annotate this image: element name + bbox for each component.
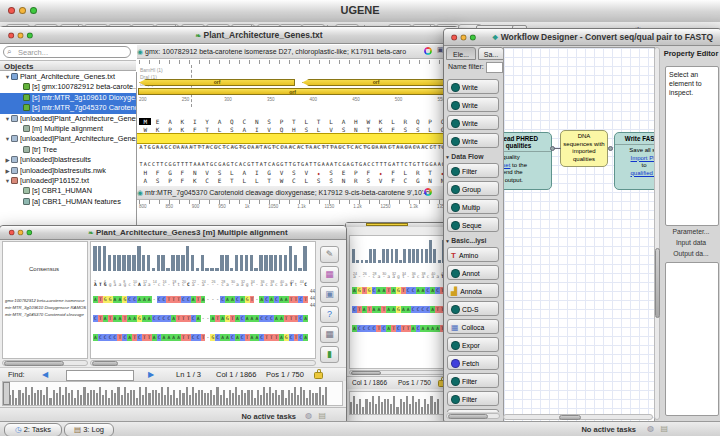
name-filter-input[interactable]	[486, 62, 503, 73]
canvas-horizontal-scrollbar[interactable]	[503, 414, 653, 420]
lock-icon[interactable]	[314, 372, 323, 379]
names-horizontal-scrollbar[interactable]	[2, 360, 88, 366]
zoom-window-button[interactable]	[470, 35, 476, 41]
alignment-row[interactable]: ACCCCTCATCTTACAAAATTCCT-GCAACACTAACTTTAG…	[93, 326, 308, 345]
palette-item-cds[interactable]: CD-S	[447, 301, 499, 316]
palette-item-amino[interactable]: TAmino	[447, 247, 499, 262]
workflow-data-box[interactable]: DNA sequences with imported qualities	[560, 130, 608, 167]
objects-tree[interactable]: ▼Plant_Architecture_Genes.txt[s] gmx:100…	[0, 72, 137, 233]
overview-histogram[interactable]	[349, 391, 447, 415]
row-name[interactable]: mtr:MTR_3g109610 Dioxygenase RAMOS	[5, 305, 86, 310]
tree-item[interactable]: ▶[unloaded]blastresults.nwk	[0, 166, 136, 176]
log-button[interactable]: ▤ 3: Log	[64, 423, 114, 436]
task-indicator-icon[interactable]: ◍	[305, 411, 312, 420]
palette-item-seque[interactable]: Seque	[447, 217, 499, 232]
orf-annotation[interactable]: orf	[302, 79, 450, 86]
palette-item-multip[interactable]: Multip	[447, 199, 499, 214]
palette-item-annota[interactable]: ▟Annota	[447, 283, 499, 298]
statistics-chart-icon[interactable]: ▮	[320, 346, 339, 363]
workflow-canvas[interactable]: Read PHRED qualities RED qualityile unse…	[503, 47, 655, 422]
horizontal-scrollbar[interactable]	[349, 370, 446, 375]
tree-expander-icon[interactable]: ▼	[4, 176, 11, 186]
tree-item[interactable]: [a] CBR1_HUMAN features	[0, 197, 136, 207]
palette-item-group[interactable]: Group	[447, 181, 499, 196]
alignment-grid[interactable]: ATGGAAGCCAAA-CCTTTCCATA---CAACAGT-ACACAA…	[93, 288, 308, 345]
save-icon[interactable]: ▣	[320, 286, 339, 303]
palette-item-write[interactable]: Write	[447, 97, 499, 112]
palette-horizontal-scrollbar[interactable]	[446, 413, 500, 419]
msa-cell[interactable]: T	[303, 296, 308, 303]
tree-item[interactable]: ▶[unloaded]blastresults	[0, 155, 136, 165]
tree-expander-icon[interactable]: ▶	[4, 155, 11, 165]
workflow-parameter-link[interactable]: Import PH	[630, 155, 655, 161]
palette-item-filter[interactable]: Filter	[447, 373, 499, 388]
minimize-window-button[interactable]	[461, 35, 467, 41]
color-scheme-icon[interactable]: ▦	[320, 266, 339, 283]
tree-item[interactable]: [tr] Tree	[0, 145, 136, 155]
tree-item[interactable]: [s] mtr:MTR_3g109610 Dioxyge...	[0, 93, 136, 103]
tree-item[interactable]: [s] mtr:MTR_7g045370 Caroteno...	[0, 103, 136, 113]
tree-item[interactable]: ▼Plant_Architecture_Genes.txt	[0, 72, 136, 82]
orf-annotation[interactable]: orf	[139, 79, 295, 86]
color-scheme-icon[interactable]	[424, 47, 432, 55]
overview-visible-range[interactable]	[3, 382, 10, 405]
row-name[interactable]: gmx:100782912 beta-carotene isomerase	[5, 298, 85, 303]
detail-view-seq1[interactable]: MEAKIYAQCNSPTLTLAHWKLRQPC WKPKFTLSAIVQHS…	[137, 107, 449, 186]
tree-item[interactable]: ▼[unloaded]Plant_Architecture_Genes...	[0, 114, 136, 124]
tab-elements[interactable]: Ele...	[446, 47, 476, 60]
find-input[interactable]	[66, 370, 134, 381]
palette-item-write[interactable]: Write	[447, 133, 499, 148]
tree-item[interactable]: ▼[unloaded]Plant_Architecture_Genes...	[0, 134, 136, 144]
minimize-window-button[interactable]	[18, 230, 24, 236]
palette-item-expor[interactable]: Expor	[447, 337, 499, 352]
tree-expander-icon[interactable]: ▼	[4, 72, 11, 82]
overview-histogram[interactable]	[2, 381, 343, 406]
task-indicator-icon[interactable]: ◍	[647, 424, 654, 433]
tree-expander-icon[interactable]: ▼	[4, 134, 11, 144]
tree-item[interactable]: [s] gmx:100782912 beta-carote...	[0, 82, 136, 92]
canvas-vertical-scrollbar[interactable]	[654, 47, 660, 420]
msa-cell[interactable]: A	[303, 315, 308, 322]
input-port[interactable]	[608, 146, 613, 151]
pan-view-seq1[interactable]: BamHI (1) DraI (1) orf (2) orf orf orf 2…	[137, 65, 449, 107]
color-scheme-icon[interactable]	[424, 188, 432, 196]
tasks-button[interactable]: ◷ 2: Tasks	[4, 423, 62, 436]
minimize-window-button[interactable]	[18, 33, 24, 39]
search-input[interactable]: Search...	[3, 46, 131, 58]
zoom-window-button[interactable]	[27, 33, 33, 39]
zoom-window-button[interactable]	[27, 230, 33, 236]
section-output-data[interactable]: Output da...	[663, 250, 719, 257]
log-indicator-icon[interactable]: ▤	[660, 424, 668, 433]
workflow-element-read[interactable]: Read PHRED qualities RED qualityile unse…	[503, 132, 552, 190]
alignment-row[interactable]: CTATAATAAGAACCCCATTTCA--ATAGTACAAACCCAAT…	[93, 307, 308, 326]
palette-item-findo[interactable]: Find o	[447, 409, 499, 412]
tree-item[interactable]: [s] CBR1_HUMAN	[0, 186, 136, 196]
log-indicator-icon[interactable]: ▤	[318, 411, 326, 420]
tree-expander-icon[interactable]: ▼	[4, 114, 11, 124]
tab-samples[interactable]: Sa...	[478, 47, 504, 60]
palette-item-fetch[interactable]: Fetch	[447, 355, 499, 370]
palette-group-header[interactable]: ▼ Data Flow	[445, 151, 501, 162]
orf-annotation[interactable]: orf	[138, 88, 447, 95]
close-window-button[interactable]	[8, 33, 14, 39]
workflow-parameter-link[interactable]: qualified s	[630, 170, 655, 176]
magic-wand-icon[interactable]: ✎	[320, 246, 339, 263]
msa-cell[interactable]: A	[303, 334, 308, 341]
alignment-row[interactable]: ATGGAAGCCAAA-CCTTTCCATA---CAACAGT-ACACAA…	[93, 288, 308, 307]
close-window-button[interactable]	[451, 35, 457, 41]
palette-item-annot[interactable]: Annot	[447, 265, 499, 280]
find-next-icon[interactable]: ▶	[148, 368, 154, 381]
help-icon[interactable]: ?	[320, 306, 339, 323]
palette-item-write[interactable]: Write	[447, 79, 499, 94]
tree-item[interactable]: ▼[unloaded]P16152.txt	[0, 176, 136, 186]
tree-item[interactable]: [m] Multiple alignment	[0, 124, 136, 134]
alignment-horizontal-scrollbar[interactable]	[90, 360, 316, 366]
palette-group-header[interactable]: ▼ Basic...lysi	[445, 235, 501, 246]
palette-item-write[interactable]: Write	[447, 115, 499, 130]
close-window-button[interactable]	[9, 230, 15, 236]
section-parameters[interactable]: Parameter...	[663, 228, 719, 235]
palette-item-filter[interactable]: Filter	[447, 163, 499, 178]
section-input-data[interactable]: Input data	[663, 239, 719, 246]
palette-item-filter[interactable]: Filter	[447, 391, 499, 406]
palette-item-colloca[interactable]: ▦Colloca	[447, 319, 499, 334]
